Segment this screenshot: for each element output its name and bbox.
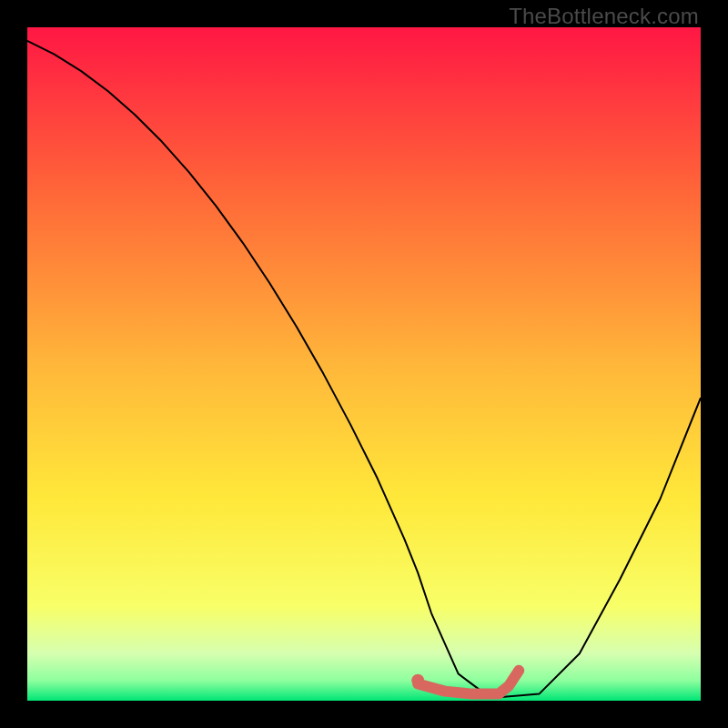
plot-area [27, 27, 701, 701]
chart-svg [27, 27, 701, 701]
chart-frame: TheBottleneck.com [0, 0, 728, 728]
highlight-dot [411, 674, 424, 687]
gradient-background [27, 27, 701, 701]
watermark-text: TheBottleneck.com [509, 4, 699, 29]
